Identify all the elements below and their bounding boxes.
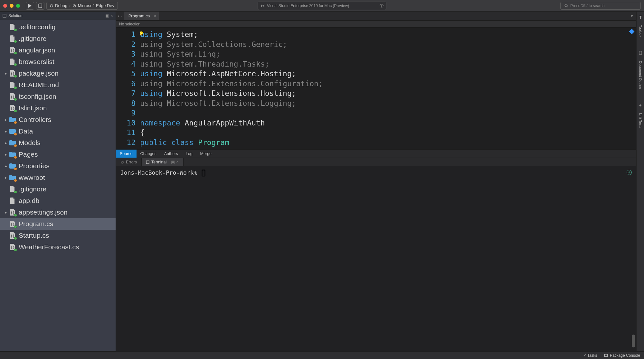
toolbox-tab-icon[interactable]: T [639, 15, 642, 20]
errors-icon: ⊘ [120, 160, 124, 164]
tree-item-models[interactable]: ▸Models [0, 137, 116, 149]
json-icon: {} [9, 105, 16, 112]
package-console-status[interactable]: Package Console [604, 353, 640, 358]
tree-item--gitignore[interactable]: .gitignore [0, 183, 116, 195]
status-badge [14, 98, 17, 101]
status-bar: ✓ Tasks Package Console [0, 351, 644, 359]
tree-item-package-json[interactable]: ▸{}package.json [0, 68, 116, 79]
check-icon: ✓ [583, 353, 586, 358]
unit-tests-tab-label[interactable]: Unit Tests [639, 113, 642, 128]
tree-item-app-db[interactable]: app.db [0, 195, 116, 207]
tree-item-program-cs[interactable]: {}Program.cs [0, 218, 116, 230]
terminal-icon [146, 161, 149, 164]
tree-item-label: package.json [19, 69, 59, 77]
tasks-status[interactable]: ✓ Tasks [583, 353, 597, 358]
source-control-tabs: SourceChangesAuthorsLogMerge [116, 149, 636, 158]
tree-item-controllers[interactable]: ▸Controllers [0, 114, 116, 125]
expand-chevron-icon[interactable]: ▸ [5, 176, 8, 180]
tree-item-pages[interactable]: ▸Pages [0, 149, 116, 160]
doc-outline-tab-label[interactable]: Document Outline [639, 61, 642, 89]
tree-item-data[interactable]: ▸Data [0, 125, 116, 137]
doc-tab-label: Program.cs [128, 14, 150, 18]
info-icon[interactable]: ⓘ [380, 3, 384, 9]
popout-terminal-icon[interactable]: ▣ [171, 160, 175, 164]
expand-chevron-icon[interactable]: ▸ [5, 152, 8, 157]
tree-item-label: Program.cs [19, 220, 53, 228]
status-badge [14, 248, 17, 252]
terminal-scrollbar[interactable] [632, 335, 635, 347]
source-tab-changes[interactable]: Changes [137, 150, 160, 158]
doc-icon [9, 81, 16, 88]
popout-icon[interactable]: ▣ [105, 14, 109, 18]
tree-item-readme-md[interactable]: README.md [0, 79, 116, 91]
global-search[interactable]: Press '⌘.' to search [560, 2, 641, 10]
toolbox-tab-label[interactable]: Toolbox [639, 25, 642, 37]
source-tab-log[interactable]: Log [182, 150, 196, 158]
window-title-text: Visual Studio Enterprise 2019 for Mac (P… [267, 4, 349, 8]
expand-chevron-icon[interactable]: ▸ [5, 210, 8, 215]
panel-tab-errors[interactable]: ⊘ Errors [116, 158, 142, 166]
tree-item-label: app.db [19, 197, 39, 205]
tree-item-label: Pages [19, 151, 38, 158]
nav-back-icon[interactable]: ‹ [118, 14, 119, 18]
code-editor[interactable]: 💡 using System;using System.Collections.… [140, 28, 636, 149]
tree-item-label: tsconfig.json [19, 93, 56, 100]
expand-chevron-icon[interactable]: ▸ [5, 71, 8, 76]
panel-tab-terminal[interactable]: Terminal ▣ × [142, 158, 184, 166]
terminal-cursor [202, 170, 205, 176]
tree-item-angular-json[interactable]: {}angular.json [0, 44, 116, 56]
tree-item--gitignore[interactable]: .gitignore [0, 33, 116, 44]
solution-tree[interactable]: .editorconfig.gitignore{}angular.jsonbro… [0, 20, 116, 351]
tree-item-startup-cs[interactable]: {}Startup.cs [0, 230, 116, 241]
status-badge [14, 86, 17, 89]
tree-item-browserslist[interactable]: browserslist [0, 56, 116, 68]
close-terminal-icon[interactable]: × [176, 160, 178, 164]
nav-forward-icon[interactable]: › [120, 14, 122, 18]
expand-chevron-icon[interactable]: ▸ [5, 118, 8, 122]
device-button[interactable] [36, 2, 44, 10]
svg-rect-7 [3, 14, 6, 17]
close-panel-icon[interactable]: × [111, 14, 113, 18]
status-badge [14, 237, 17, 240]
search-icon [564, 4, 568, 8]
tree-item--editorconfig[interactable]: .editorconfig [0, 21, 116, 33]
editor-area: ‹ › Program.cs × ▾ No selection 12345678… [116, 12, 636, 351]
lightbulb-icon[interactable]: 💡 [138, 29, 144, 39]
run-configuration-select[interactable]: Debug › Microsoft Edge Dev [46, 2, 118, 10]
json-icon: {} [9, 93, 16, 100]
close-tab-icon[interactable]: × [154, 14, 156, 18]
titlebar: Debug › Microsoft Edge Dev Visual Studio… [0, 0, 644, 12]
doc-tab-program[interactable]: Program.cs × [124, 12, 159, 20]
tree-item-tsconfig-json[interactable]: {}tsconfig.json [0, 91, 116, 102]
expand-chevron-icon[interactable]: ▸ [5, 129, 8, 133]
folder-icon [9, 151, 16, 158]
window-controls [3, 4, 20, 8]
svg-line-6 [567, 6, 568, 7]
unit-tests-tab-icon[interactable]: + [639, 103, 641, 108]
svg-rect-16 [639, 51, 642, 54]
status-badge [14, 167, 17, 170]
breadcrumb-bar[interactable]: No selection [116, 21, 636, 28]
source-tab-merge[interactable]: Merge [196, 150, 215, 158]
close-window-icon[interactable] [3, 4, 7, 8]
minimize-window-icon[interactable] [10, 4, 14, 8]
tree-item-weatherforecast-cs[interactable]: {}WeatherForecast.cs [0, 241, 116, 253]
expand-chevron-icon[interactable]: ▸ [5, 141, 8, 145]
new-terminal-icon[interactable]: + [627, 170, 632, 175]
source-tab-source[interactable]: Source [116, 150, 137, 158]
maximize-window-icon[interactable] [16, 4, 20, 8]
tree-item-properties[interactable]: ▸Properties [0, 160, 116, 172]
tree-item-wwwroot[interactable]: ▸wwwroot [0, 172, 116, 183]
run-config-label: Debug [55, 3, 67, 8]
run-button[interactable] [26, 2, 34, 10]
tab-overflow-icon[interactable]: ▾ [628, 12, 636, 20]
terminal-body[interactable]: Jons-MacBook-Pro-Work% + [116, 166, 636, 351]
tree-item-appsettings-json[interactable]: ▸{}appsettings.json [0, 207, 116, 218]
run-target-label: Microsoft Edge Dev [78, 3, 114, 8]
folder-icon [9, 139, 16, 146]
source-tab-authors[interactable]: Authors [160, 150, 182, 158]
tree-item-tslint-json[interactable]: {}tslint.json [0, 102, 116, 114]
expand-chevron-icon[interactable]: ▸ [5, 164, 8, 168]
search-placeholder: Press '⌘.' to search [570, 4, 605, 8]
doc-outline-tab-icon[interactable] [639, 51, 642, 56]
